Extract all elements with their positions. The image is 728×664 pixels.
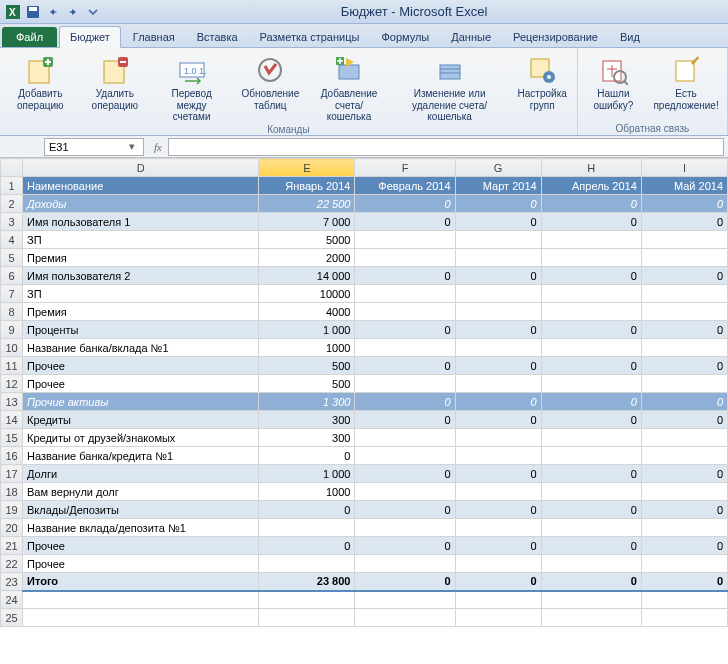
cell[interactable]: 1000: [259, 483, 355, 501]
cell[interactable]: 0: [541, 537, 641, 555]
cell[interactable]: [455, 447, 541, 465]
cell[interactable]: [455, 429, 541, 447]
row-header[interactable]: 16: [1, 447, 23, 465]
cell[interactable]: Май 2014: [641, 177, 727, 195]
bug-report-button[interactable]: Нашли ошибку?: [580, 50, 647, 122]
cell[interactable]: 0: [641, 213, 727, 231]
name-box-dropdown-icon[interactable]: ▾: [125, 140, 139, 153]
cell[interactable]: Имя пользователя 1: [23, 213, 259, 231]
row-header[interactable]: 7: [1, 285, 23, 303]
cell[interactable]: 0: [355, 573, 455, 591]
tab-budget[interactable]: Бюджет: [59, 26, 121, 48]
col-header-g[interactable]: G: [455, 159, 541, 177]
cell[interactable]: [259, 519, 355, 537]
group-settings-button[interactable]: Настройка групп: [510, 50, 575, 123]
row-header[interactable]: 21: [1, 537, 23, 555]
row-header[interactable]: 10: [1, 339, 23, 357]
cell[interactable]: [541, 519, 641, 537]
row-header[interactable]: 24: [1, 591, 23, 609]
cell[interactable]: Название вклада/депозита №1: [23, 519, 259, 537]
cell[interactable]: Прочее: [23, 375, 259, 393]
cell[interactable]: 22 500: [259, 195, 355, 213]
cell[interactable]: Имя пользователя 2: [23, 267, 259, 285]
cell[interactable]: Вам вернули долг: [23, 483, 259, 501]
cell[interactable]: Название банка/вклада №1: [23, 339, 259, 357]
cell[interactable]: [641, 429, 727, 447]
redo-icon[interactable]: [64, 3, 82, 21]
cell[interactable]: 1 300: [259, 393, 355, 411]
row-header[interactable]: 17: [1, 465, 23, 483]
row-header[interactable]: 12: [1, 375, 23, 393]
cell[interactable]: Долги: [23, 465, 259, 483]
cell[interactable]: 0: [541, 465, 641, 483]
cell[interactable]: ЗП: [23, 285, 259, 303]
cell[interactable]: Кредиты от друзей/знакомых: [23, 429, 259, 447]
cell[interactable]: [641, 555, 727, 573]
cell[interactable]: Премия: [23, 303, 259, 321]
cell[interactable]: 0: [641, 537, 727, 555]
cell[interactable]: 0: [259, 537, 355, 555]
fx-icon[interactable]: fx: [154, 141, 162, 153]
cell[interactable]: 0: [541, 267, 641, 285]
cell[interactable]: 0: [641, 267, 727, 285]
cell[interactable]: 0: [641, 357, 727, 375]
cell[interactable]: [541, 285, 641, 303]
cell[interactable]: [355, 249, 455, 267]
row-header[interactable]: 9: [1, 321, 23, 339]
cell[interactable]: [641, 447, 727, 465]
cell[interactable]: [455, 339, 541, 357]
cell[interactable]: [355, 591, 455, 609]
cell[interactable]: 0: [541, 411, 641, 429]
cell[interactable]: Доходы: [23, 195, 259, 213]
cell[interactable]: [541, 609, 641, 627]
cell[interactable]: [641, 249, 727, 267]
cell[interactable]: 300: [259, 429, 355, 447]
cell[interactable]: [259, 609, 355, 627]
cell[interactable]: 0: [641, 393, 727, 411]
cell[interactable]: [541, 591, 641, 609]
cell[interactable]: 0: [259, 501, 355, 519]
col-header-d[interactable]: D: [23, 159, 259, 177]
cell[interactable]: 0: [455, 393, 541, 411]
cell[interactable]: [355, 609, 455, 627]
row-header[interactable]: 1: [1, 177, 23, 195]
tab-view[interactable]: Вид: [610, 27, 650, 47]
cell[interactable]: 5000: [259, 231, 355, 249]
add-operation-button[interactable]: Добавить операцию: [2, 50, 79, 123]
add-account-button[interactable]: Добавление счета/кошелька: [308, 50, 389, 123]
excel-icon[interactable]: X: [4, 3, 22, 21]
cell[interactable]: Март 2014: [455, 177, 541, 195]
row-header[interactable]: 13: [1, 393, 23, 411]
cell[interactable]: 300: [259, 411, 355, 429]
cell[interactable]: [541, 429, 641, 447]
col-header-e[interactable]: E: [259, 159, 355, 177]
cell[interactable]: 500: [259, 357, 355, 375]
row-header[interactable]: 14: [1, 411, 23, 429]
cell[interactable]: [355, 519, 455, 537]
cell[interactable]: [355, 447, 455, 465]
cell[interactable]: Премия: [23, 249, 259, 267]
cell[interactable]: 0: [641, 195, 727, 213]
cell[interactable]: [641, 285, 727, 303]
cell[interactable]: [641, 303, 727, 321]
cell[interactable]: 10000: [259, 285, 355, 303]
cell[interactable]: [355, 555, 455, 573]
cell[interactable]: [541, 483, 641, 501]
tab-data[interactable]: Данные: [441, 27, 501, 47]
cell[interactable]: 0: [355, 465, 455, 483]
row-header[interactable]: 18: [1, 483, 23, 501]
cell[interactable]: Январь 2014: [259, 177, 355, 195]
cell[interactable]: [541, 231, 641, 249]
col-header-i[interactable]: I: [641, 159, 727, 177]
cell[interactable]: 0: [455, 267, 541, 285]
cell[interactable]: [259, 555, 355, 573]
cell[interactable]: Кредиты: [23, 411, 259, 429]
cell[interactable]: Итого: [23, 573, 259, 591]
cell[interactable]: [455, 591, 541, 609]
cell[interactable]: Прочее: [23, 537, 259, 555]
cell[interactable]: 0: [541, 213, 641, 231]
cell[interactable]: [23, 591, 259, 609]
cell[interactable]: [455, 375, 541, 393]
cell[interactable]: Февраль 2014: [355, 177, 455, 195]
tab-layout[interactable]: Разметка страницы: [250, 27, 370, 47]
